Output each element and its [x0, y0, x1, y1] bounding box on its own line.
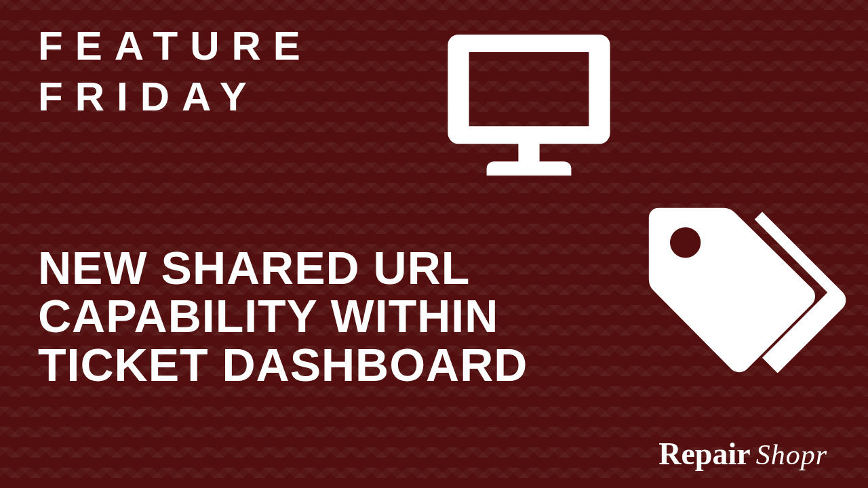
brand-logo: RepairShopr — [658, 436, 827, 472]
kicker-text: FEATURE FRIDAY — [38, 20, 313, 122]
monitor-icon — [434, 17, 624, 193]
brand-sub: Shopr — [756, 439, 827, 471]
svg-point-0 — [670, 227, 701, 258]
brand-main: Repair — [658, 436, 750, 472]
slide-content: FEATURE FRIDAY NEW SHARED URL CAPABILITY… — [0, 0, 868, 488]
tags-icon — [624, 190, 854, 407]
headline-text: NEW SHARED URL CAPABILITY WITHIN TICKET … — [38, 244, 528, 389]
